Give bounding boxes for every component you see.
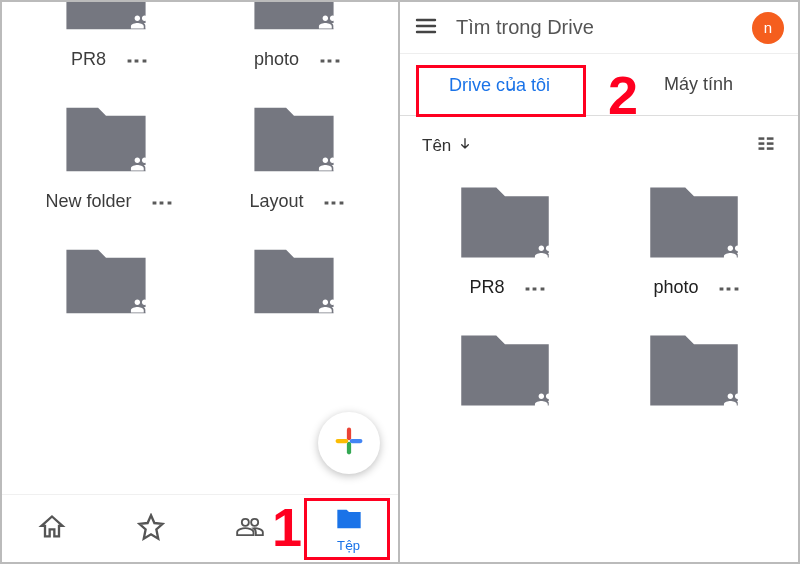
drive-tabs: Drive của tôi Máy tính xyxy=(400,54,798,116)
star-icon xyxy=(137,513,165,545)
nav-label: Tệp xyxy=(337,538,360,553)
more-icon[interactable]: ⋮ xyxy=(325,50,334,70)
shared-icon xyxy=(130,11,152,33)
more-icon[interactable]: ⋮ xyxy=(531,278,540,298)
folder-icon xyxy=(234,2,354,45)
shared-icon xyxy=(130,295,152,317)
svg-rect-0 xyxy=(759,137,765,140)
search-placeholder: Tìm trong Drive xyxy=(456,16,734,39)
folder-icon xyxy=(234,92,354,187)
svg-rect-1 xyxy=(759,142,765,145)
folder-item[interactable] xyxy=(410,170,599,275)
bottom-nav: Tệp xyxy=(2,494,398,562)
nav-starred[interactable] xyxy=(101,495,200,562)
folder-item-partial[interactable] xyxy=(12,2,200,45)
view-toggle-icon[interactable] xyxy=(756,134,776,158)
nav-home[interactable] xyxy=(2,495,101,562)
folder-label: photo xyxy=(654,277,699,298)
avatar[interactable]: n xyxy=(752,12,784,44)
folder-icon xyxy=(46,92,166,187)
shared-icon xyxy=(318,11,340,33)
folder-icon xyxy=(629,170,759,275)
right-screenshot: Tìm trong Drive n Drive của tôi Máy tính… xyxy=(400,2,798,562)
svg-rect-2 xyxy=(759,147,765,150)
shared-icon xyxy=(130,153,152,175)
left-screenshot: PR8 ⋮ photo ⋮ xyxy=(2,2,400,562)
folder-icon xyxy=(440,170,570,275)
folder-icon xyxy=(46,2,166,45)
folder-label: Layout xyxy=(250,191,304,212)
add-button[interactable] xyxy=(318,412,380,474)
plus-icon xyxy=(332,424,366,462)
nav-shared[interactable] xyxy=(200,495,299,562)
folder-item[interactable] xyxy=(599,318,788,423)
search-bar[interactable]: Tìm trong Drive n xyxy=(400,2,798,54)
folder-label: New folder xyxy=(46,191,132,212)
folder-item[interactable] xyxy=(410,318,599,423)
shared-icon xyxy=(534,389,556,411)
nav-files[interactable]: Tệp xyxy=(299,495,398,562)
menu-icon[interactable] xyxy=(414,14,438,42)
sort-button[interactable]: Tên xyxy=(422,136,473,157)
more-icon[interactable]: ⋮ xyxy=(725,278,734,298)
shared-icon xyxy=(318,295,340,317)
shared-icon xyxy=(534,241,556,263)
shared-icon xyxy=(318,153,340,175)
folder-icon xyxy=(234,234,354,329)
tab-computers[interactable]: Máy tính xyxy=(599,54,798,115)
folder-label: PR8 xyxy=(71,49,106,70)
folder-grid: PR8 ⋮ photo ⋮ xyxy=(2,2,398,329)
shared-icon xyxy=(723,241,745,263)
folder-item[interactable] xyxy=(12,92,200,187)
folder-item[interactable] xyxy=(599,170,788,275)
folder-label: PR8 xyxy=(470,277,505,298)
folder-label: photo xyxy=(254,49,299,70)
shared-icon xyxy=(723,389,745,411)
more-icon[interactable]: ⋮ xyxy=(158,192,167,212)
folder-item[interactable] xyxy=(200,234,388,329)
people-icon xyxy=(236,513,264,545)
svg-rect-5 xyxy=(767,147,774,150)
tab-my-drive[interactable]: Drive của tôi xyxy=(400,54,599,115)
more-icon[interactable]: ⋮ xyxy=(132,50,141,70)
folder-icon xyxy=(335,505,363,537)
svg-rect-4 xyxy=(767,142,774,145)
folder-icon xyxy=(440,318,570,423)
home-icon xyxy=(38,513,66,545)
folder-item[interactable] xyxy=(200,92,388,187)
folder-grid: PR8 ⋮ photo ⋮ xyxy=(400,170,798,423)
more-icon[interactable]: ⋮ xyxy=(330,192,339,212)
folder-item[interactable] xyxy=(12,234,200,329)
sort-row: Tên xyxy=(400,116,798,164)
sort-label-text: Tên xyxy=(422,136,451,156)
folder-icon xyxy=(629,318,759,423)
folder-icon xyxy=(46,234,166,329)
arrow-down-icon xyxy=(457,136,473,157)
folder-item-partial[interactable] xyxy=(200,2,388,45)
svg-rect-3 xyxy=(767,137,774,140)
